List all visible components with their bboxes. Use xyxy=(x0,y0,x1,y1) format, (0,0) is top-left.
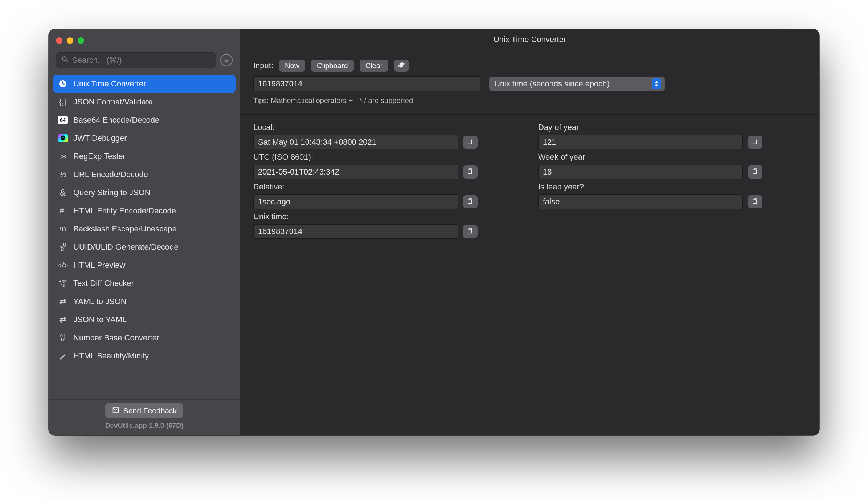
sidebar-item-label: Base64 Encode/Decode xyxy=(73,115,159,125)
input-value-row: Unix time (seconds since epoch) xyxy=(253,76,806,91)
result-local: Local:Sat May 01 10:43:34 +0800 2021 xyxy=(253,123,521,149)
sidebar-item-label: Number Base Converter xyxy=(73,333,159,343)
now-button[interactable]: Now xyxy=(279,60,305,72)
svg-line-1 xyxy=(66,60,68,62)
result-leap: Is leap year?false xyxy=(538,182,806,209)
sidebar-item-url-encode-decode[interactable]: %URL Encode/Decode xyxy=(53,165,236,184)
clock-icon xyxy=(57,78,68,89)
base64-icon: 64 xyxy=(57,115,68,126)
result-local-row: Sat May 01 10:43:34 +0800 2021 xyxy=(253,135,521,149)
copy-utc-button[interactable] xyxy=(463,165,478,179)
divider xyxy=(240,114,819,115)
sidebar-item-label: JSON Format/Validate xyxy=(73,97,152,107)
search-box[interactable] xyxy=(56,52,216,68)
clipboard-button[interactable]: Clipboard xyxy=(311,60,354,72)
result-utc: UTC (ISO 8601):2021-05-01T02:43:34Z xyxy=(253,152,521,179)
copy-icon xyxy=(467,167,474,177)
copy-woy-button[interactable] xyxy=(748,165,762,179)
copy-leap-button[interactable] xyxy=(748,195,762,208)
sidebar-item-label: HTML Preview xyxy=(73,261,125,270)
result-relative-value[interactable]: 1sec ago xyxy=(253,194,458,209)
sidebar-item-label: YAML to JSON xyxy=(73,297,127,306)
sidebar-item-uuid-ulid-generate-decode[interactable]: UUIDUUID/ULID Generate/Decode xyxy=(53,238,236,256)
copy-unix-button[interactable] xyxy=(463,225,478,238)
mail-icon xyxy=(112,406,120,415)
copy-icon xyxy=(467,138,474,147)
result-doy-value[interactable]: 121 xyxy=(538,135,743,149)
result-local-label: Local: xyxy=(253,123,521,132)
copy-local-button[interactable] xyxy=(463,136,478,149)
copy-icon xyxy=(752,167,758,177)
minimize-window-button[interactable] xyxy=(67,37,73,44)
sidebar-item-query-string-to-json[interactable]: &Query String to JSON xyxy=(53,184,236,202)
copy-doy-button[interactable] xyxy=(748,136,762,149)
bits-icon: 0110 xyxy=(57,332,68,343)
send-feedback-button[interactable]: Send Feedback xyxy=(105,403,183,418)
sidebar-item-text-diff-checker[interactable]: +ab-cdText Diff Checker xyxy=(53,274,236,292)
result-utc-value[interactable]: 2021-05-01T02:43:34Z xyxy=(253,165,458,179)
braces-icon: {,} xyxy=(57,97,68,107)
svg-marker-7 xyxy=(655,84,658,86)
sidebar-item-regexp-tester[interactable]: .∗RegExp Tester xyxy=(53,147,236,165)
result-woy-value[interactable]: 18 xyxy=(538,165,743,179)
search-input[interactable] xyxy=(72,56,210,65)
result-unix-value[interactable]: 1619837014 xyxy=(253,224,458,239)
options-button[interactable] xyxy=(394,60,409,72)
sidebar-item-backslash-escape-unescape[interactable]: \nBackslash Escape/Unescape xyxy=(53,220,236,238)
result-woy-row: 18 xyxy=(538,165,806,179)
sidebar-item-base64-encode-decode[interactable]: 64Base64 Encode/Decode xyxy=(53,111,236,129)
input-label: Input: xyxy=(253,61,273,70)
timestamp-input[interactable] xyxy=(253,76,480,91)
result-doy-label: Day of year xyxy=(538,123,806,132)
zoom-window-button[interactable] xyxy=(78,37,84,44)
sidebar-item-json-format-validate[interactable]: {,}JSON Format/Validate xyxy=(53,93,236,111)
sidebar-item-label: HTML Entity Encode/Decode xyxy=(73,206,176,216)
swap-icon xyxy=(57,296,68,307)
result-local-value[interactable]: Sat May 01 10:43:34 +0800 2021 xyxy=(253,135,458,149)
sidebar: Unix Time Converter{,}JSON Format/Valida… xyxy=(49,29,240,435)
stage: Unix Time Converter{,}JSON Format/Valida… xyxy=(0,0,868,500)
search-icon xyxy=(61,56,69,65)
sidebar-item-label: Backslash Escape/Unescape xyxy=(73,224,177,234)
htmlcode-icon: </> xyxy=(57,260,68,271)
result-utc-label: UTC (ISO 8601): xyxy=(253,152,521,162)
result-doy-row: 121 xyxy=(538,135,806,149)
clear-button[interactable]: Clear xyxy=(360,60,389,72)
svg-point-0 xyxy=(62,57,66,61)
input-row: Input: Now Clipboard Clear xyxy=(253,60,806,72)
sidebar-item-html-entity-encode-decode[interactable]: #;HTML Entity Encode/Decode xyxy=(53,202,236,220)
result-doy: Day of year121 xyxy=(538,123,806,149)
hash-icon: #; xyxy=(57,205,68,216)
result-leap-value[interactable]: false xyxy=(538,194,743,209)
copy-relative-button[interactable] xyxy=(463,195,478,208)
titlebar xyxy=(49,29,240,52)
sidebar-item-jwt-debugger[interactable]: ✻JWT Debugger xyxy=(53,129,236,147)
sidebar-item-html-preview[interactable]: </>HTML Preview xyxy=(53,256,236,274)
result-unix: Unix time:1619837014 xyxy=(253,212,521,239)
result-leap-row: false xyxy=(538,194,806,209)
sidebar-item-label: Unix Time Converter xyxy=(73,79,146,89)
sidebar-item-unix-time-converter[interactable]: Unix Time Converter xyxy=(53,75,236,93)
sidebar-footer: Send Feedback DevUtils.app 1.9.0 (67D) xyxy=(49,399,240,435)
close-window-button[interactable] xyxy=(56,37,62,44)
sidebar-item-label: JWT Debugger xyxy=(73,134,127,143)
settings-button[interactable] xyxy=(220,54,233,66)
version-label: DevUtils.app 1.9.0 (67D) xyxy=(105,422,183,430)
copy-icon xyxy=(467,197,474,206)
content: Input: Now Clipboard Clear Unix time (se… xyxy=(240,50,819,248)
sidebar-item-yaml-to-json[interactable]: YAML to JSON xyxy=(53,292,236,311)
copy-icon xyxy=(752,138,758,147)
regex-icon: .∗ xyxy=(57,151,68,162)
sidebar-item-label: RegExp Tester xyxy=(73,152,126,161)
send-feedback-label: Send Feedback xyxy=(123,406,177,415)
tool-list: Unix Time Converter{,}JSON Format/Valida… xyxy=(49,73,240,399)
format-select-label: Unix time (seconds since epoch) xyxy=(494,79,610,89)
sidebar-item-number-base-converter[interactable]: 0110Number Base Converter xyxy=(53,329,236,347)
copy-icon xyxy=(752,197,758,206)
result-unix-label: Unix time: xyxy=(253,212,521,221)
result-utc-row: 2021-05-01T02:43:34Z xyxy=(253,165,521,179)
sidebar-item-html-beautify-minify[interactable]: HTML Beautify/Minify xyxy=(53,347,236,365)
format-select[interactable]: Unix time (seconds since epoch) xyxy=(489,77,665,91)
sidebar-item-json-to-yaml[interactable]: JSON to YAML xyxy=(53,311,236,329)
result-relative-label: Relative: xyxy=(253,182,521,192)
